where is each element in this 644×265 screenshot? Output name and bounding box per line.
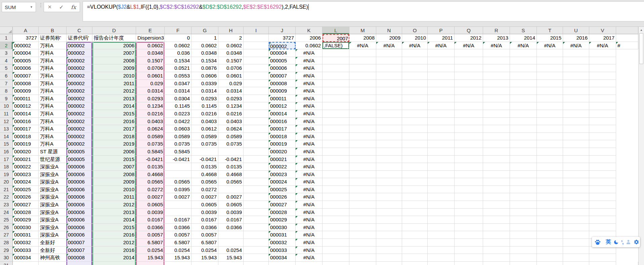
- cell-C23[interactable]: 000006: [67, 201, 92, 209]
- cell-I19[interactable]: [244, 171, 269, 178]
- cell-D15[interactable]: 2019: [92, 140, 136, 148]
- cell-M16[interactable]: [349, 148, 376, 156]
- row-header-26[interactable]: 26: [0, 224, 13, 231]
- cell-H26[interactable]: 0.0366: [218, 224, 244, 231]
- cell-K30[interactable]: #N/A: [296, 254, 323, 262]
- cell-B23[interactable]: 深振业A: [39, 201, 67, 209]
- cell-E26[interactable]: 0.0366: [136, 224, 165, 231]
- cell-J14[interactable]: 000018: [269, 133, 296, 141]
- cell-T12[interactable]: [537, 118, 563, 125]
- cell-T6[interactable]: [537, 72, 563, 80]
- cell-K22[interactable]: #N/A: [296, 193, 323, 201]
- cell-B12[interactable]: 万科A: [39, 118, 67, 125]
- cell-O29[interactable]: [402, 247, 428, 254]
- cell-F4[interactable]: 0.1534: [165, 57, 191, 65]
- cell-P28[interactable]: [428, 239, 455, 247]
- cell-T3[interactable]: [537, 49, 563, 57]
- cell-D10[interactable]: 2014: [92, 102, 136, 110]
- cell-S3[interactable]: [510, 49, 537, 57]
- cell-U27[interactable]: [563, 231, 589, 239]
- cell-E27[interactable]: 0.0057: [136, 231, 165, 239]
- cell-I22[interactable]: [244, 193, 269, 201]
- cell-A20[interactable]: 000024: [13, 178, 39, 186]
- cell-N27[interactable]: [376, 231, 402, 239]
- cell-L8[interactable]: [323, 87, 349, 95]
- row-header-14[interactable]: 14: [0, 133, 13, 141]
- cell-D4[interactable]: 2008: [92, 57, 136, 65]
- row-header-27[interactable]: 27: [0, 231, 13, 239]
- cell-L23[interactable]: [323, 201, 349, 209]
- cell-S9[interactable]: [510, 95, 537, 103]
- cell-O3[interactable]: [402, 49, 428, 57]
- cell-E11[interactable]: 0.0216: [136, 110, 165, 118]
- cell-K12[interactable]: #N/A: [296, 118, 323, 125]
- cell-I20[interactable]: [244, 178, 269, 186]
- cell-H2[interactable]: 0.0602: [218, 42, 244, 50]
- cell-J31[interactable]: [269, 262, 296, 265]
- cell-P12[interactable]: [428, 118, 455, 125]
- col-header-H[interactable]: H: [218, 27, 244, 34]
- cell-T10[interactable]: [537, 102, 563, 110]
- cell-G21[interactable]: 0.0272: [191, 186, 218, 194]
- cell-K16[interactable]: #N/A: [296, 148, 323, 156]
- cell-C22[interactable]: 000006: [67, 193, 92, 201]
- cell-C15[interactable]: 000002: [67, 140, 92, 148]
- cell-L27[interactable]: [323, 231, 349, 239]
- cell-L13[interactable]: [323, 125, 349, 133]
- row-header-8[interactable]: 8: [0, 87, 13, 95]
- cell-T7[interactable]: [537, 80, 563, 88]
- cell-P19[interactable]: [428, 171, 455, 178]
- row-header-2[interactable]: 2: [0, 42, 13, 50]
- cell-O2[interactable]: #N/A: [402, 42, 428, 50]
- cell-N20[interactable]: [376, 178, 402, 186]
- cell-R5[interactable]: [483, 64, 510, 72]
- cell-I8[interactable]: [244, 87, 269, 95]
- cell-S13[interactable]: [510, 125, 537, 133]
- confirm-icon[interactable]: ✓: [59, 4, 63, 10]
- cell-H19[interactable]: 0.4668: [218, 171, 244, 178]
- cell-P3[interactable]: [428, 49, 455, 57]
- col-header-M[interactable]: M: [349, 27, 376, 34]
- cell-K5[interactable]: #N/A: [296, 64, 323, 72]
- cell-G19[interactable]: 0.4668: [191, 171, 218, 178]
- cell-C28[interactable]: 000007: [67, 239, 92, 247]
- cell-K23[interactable]: #N/A: [296, 201, 323, 209]
- cell-A13[interactable]: 000017: [13, 125, 39, 133]
- cell-N3[interactable]: [376, 49, 402, 57]
- cell-K24[interactable]: #N/A: [296, 209, 323, 216]
- col-header-partial[interactable]: [616, 27, 638, 34]
- cell-S11[interactable]: [510, 110, 537, 118]
- cell-D31[interactable]: [92, 262, 136, 265]
- cell-L26[interactable]: [323, 224, 349, 231]
- punctuation-icon[interactable]: ’,: [621, 239, 623, 245]
- cell-H5[interactable]: 0.0706: [218, 64, 244, 72]
- cell-M28[interactable]: [349, 239, 376, 247]
- cell-C30[interactable]: 000008: [67, 254, 92, 262]
- cell-S23[interactable]: [510, 201, 537, 209]
- cell-T1[interactable]: 2015: [537, 34, 563, 42]
- row-header-25[interactable]: 25: [0, 216, 13, 224]
- cell-N28[interactable]: [376, 239, 402, 247]
- cell-B1[interactable]: 证券简称': [39, 34, 67, 42]
- cell-Q18[interactable]: [455, 163, 483, 171]
- cell-A2[interactable]: 000002: [13, 42, 39, 50]
- cell-R17[interactable]: [483, 156, 510, 163]
- cell-N24[interactable]: [376, 209, 402, 216]
- cell-A29[interactable]: 000033: [13, 247, 39, 254]
- cell-D20[interactable]: 2009: [92, 178, 136, 186]
- cell-E2[interactable]: 0.0602: [136, 42, 165, 50]
- cell-T26[interactable]: [537, 224, 563, 231]
- col-header-R[interactable]: R: [483, 27, 510, 34]
- cell-V14[interactable]: [589, 133, 616, 141]
- cell-A3[interactable]: 000004: [13, 49, 39, 57]
- cell-F5[interactable]: 0.0521: [165, 64, 191, 72]
- cell-N22[interactable]: [376, 193, 402, 201]
- cell-C7[interactable]: 000002: [67, 80, 92, 88]
- cell-S12[interactable]: [510, 118, 537, 125]
- cell-U25[interactable]: [563, 216, 589, 224]
- select-all-corner[interactable]: [0, 27, 13, 34]
- row-header-9[interactable]: 9: [0, 95, 13, 103]
- cell-E30[interactable]: 15.943: [136, 254, 165, 262]
- cell-J25[interactable]: 000029: [269, 216, 296, 224]
- cell-D21[interactable]: 2010: [92, 186, 136, 194]
